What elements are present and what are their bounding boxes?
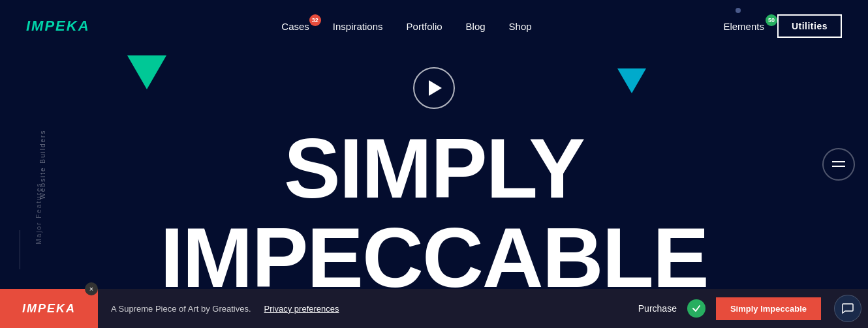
purchase-dot (687, 299, 705, 318)
nav-item-blog[interactable]: Blog (466, 21, 486, 32)
check-icon (692, 304, 701, 313)
bottom-tagline: A Supreme Piece of Art by Greatives. (98, 304, 264, 314)
play-icon (429, 80, 442, 96)
simply-impeccable-button[interactable]: Simply Impeccable (716, 297, 821, 320)
hero-title-line1: SIMPLY (284, 128, 584, 209)
nav-item-portfolio[interactable]: Portfolio (407, 21, 442, 32)
play-button[interactable] (413, 67, 455, 109)
header: IMPEKA Cases 32 Inspirations Portfolio B… (0, 0, 868, 52)
chat-icon (842, 303, 854, 314)
bottom-logo: IMPEKA (0, 289, 98, 328)
main-nav: Cases 32 Inspirations Portfolio Blog Sho… (281, 21, 531, 32)
bottom-close-button[interactable]: × (85, 282, 98, 295)
utilities-button[interactable]: Utilities (777, 14, 842, 38)
cases-badge: 32 (309, 14, 321, 26)
nav-item-shop[interactable]: Shop (509, 21, 532, 32)
header-right: Elements 50 Utilities (723, 14, 842, 38)
elements-badge: 50 (766, 14, 777, 26)
logo-text: IMPEKA (26, 18, 90, 34)
elements-link[interactable]: Elements 50 (723, 21, 764, 32)
chat-button[interactable] (834, 295, 861, 322)
nav-item-inspirations[interactable]: Inspirations (333, 21, 383, 32)
purchase-section: Purchase Simply Impeccable (638, 297, 834, 320)
purchase-label: Purchase (638, 303, 677, 314)
logo[interactable]: IMPEKA (26, 18, 90, 35)
bottom-bar: × IMPEKA A Supreme Piece of Art by Great… (0, 289, 868, 328)
privacy-link[interactable]: Privacy preferences (264, 304, 339, 314)
nav-item-cases[interactable]: Cases 32 (281, 21, 309, 32)
